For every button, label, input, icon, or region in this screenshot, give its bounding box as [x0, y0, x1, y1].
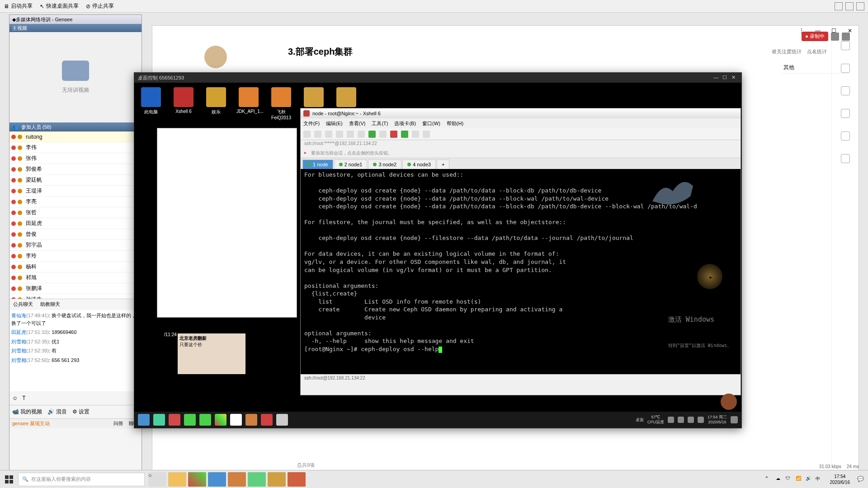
host-app-edge[interactable]: [208, 472, 226, 487]
host-app-6[interactable]: [268, 472, 286, 487]
xshell-title-bar[interactable]: node - root@Nginx:~ - Xshell 6: [301, 108, 741, 118]
host-app-explorer[interactable]: [168, 472, 186, 487]
taskbar-show-desktop[interactable]: [138, 414, 150, 426]
toolbar-fullscreen-icon[interactable]: [412, 131, 419, 138]
avatar[interactable]: [204, 46, 227, 68]
toolbar-lock-icon[interactable]: [423, 131, 430, 138]
menu-item[interactable]: 查看(V): [349, 120, 366, 127]
toolbar-save-icon[interactable]: [325, 131, 332, 138]
xshell-terminal[interactable]: For bluestore, optional devices can be u…: [301, 169, 741, 374]
layout-icon-1[interactable]: [835, 2, 843, 10]
tray-ime-icon[interactable]: [698, 417, 704, 423]
toolbar-search-icon[interactable]: [358, 131, 365, 138]
quickbar-arrow-icon[interactable]: ▸: [304, 150, 307, 157]
tray-cloud-icon[interactable]: ☁: [776, 476, 783, 483]
taskbar-app-4[interactable]: [261, 414, 273, 426]
rec-settings-icon[interactable]: [831, 33, 839, 41]
menu-item[interactable]: 选项卡(B): [394, 120, 416, 127]
stop-share-button[interactable]: ⊘ 停止共享: [86, 2, 114, 10]
my-video-button[interactable]: 📹 我的视频: [12, 408, 42, 416]
participant-row[interactable]: ruitong: [9, 131, 142, 142]
participant-row[interactable]: 郭俊希: [9, 164, 142, 175]
rec-gear-icon[interactable]: [842, 33, 850, 41]
toolbar-disconnect-icon[interactable]: [390, 131, 397, 138]
start-button[interactable]: [0, 470, 18, 488]
taskbar-wechat[interactable]: [199, 414, 211, 426]
taskbar-player[interactable]: [230, 414, 242, 426]
follow-stats-link[interactable]: 谁关注度统计: [772, 48, 802, 55]
settings-button[interactable]: ⚙ 设置: [72, 408, 90, 416]
tray-notification-icon[interactable]: [731, 416, 738, 423]
participant-row[interactable]: 梁廷帆: [9, 175, 142, 186]
host-app-4[interactable]: [228, 472, 246, 487]
terminal-tab[interactable]: 1 node: [302, 160, 333, 169]
terminal-tab[interactable]: 4 node3: [402, 160, 436, 169]
toolbar-copy-icon[interactable]: [336, 131, 343, 138]
share-icon[interactable]: [841, 109, 850, 118]
add-tab-button[interactable]: +: [437, 160, 449, 169]
taskbar-app-3[interactable]: [184, 414, 196, 426]
tray-lang-icon[interactable]: 中: [816, 476, 823, 483]
toolbar-color-icon[interactable]: [368, 131, 376, 138]
participant-row[interactable]: 杨科: [9, 262, 142, 272]
tray-network-icon[interactable]: [678, 417, 684, 423]
terminal-tab[interactable]: 2 node1: [334, 160, 368, 169]
terminal-tab[interactable]: 3 node2: [368, 160, 401, 169]
assistant-gear-icon[interactable]: [721, 394, 737, 410]
taskbar-vm[interactable]: [245, 414, 257, 426]
chat-messages[interactable]: 黄仙海(17:49:41): 换个硬盘试试，我一开始也是这样的，换了一个可以了田…: [9, 310, 142, 391]
emoji-icon[interactable]: ☺: [12, 395, 18, 401]
menu-item[interactable]: 编辑(E): [326, 120, 343, 127]
layout-icon-2[interactable]: [845, 2, 854, 10]
taskbar-chrome[interactable]: [215, 414, 226, 426]
start-share-button[interactable]: 🖥 启动共享: [4, 2, 33, 10]
layout-icon-3[interactable]: [856, 2, 864, 10]
qa-tab[interactable]: 问答: [113, 420, 123, 427]
menu-item[interactable]: 帮助(H): [447, 120, 463, 127]
remote-maximize-icon[interactable]: ☐: [722, 75, 729, 81]
host-search-input[interactable]: 🔍 在这里输入你要搜索的内容: [18, 473, 145, 486]
menu-item[interactable]: 窗口(W): [422, 120, 440, 127]
participant-row[interactable]: 曾俊: [9, 229, 142, 240]
desktop-icon[interactable]: 飞秋FeiQ2013: [269, 87, 293, 120]
remote-desktop-area[interactable]: 此电脑Xshell 6娱乐JDK_API_1...飞秋FeiQ2013 /11:…: [134, 83, 741, 428]
mute-button[interactable]: 🔊 混音: [47, 408, 66, 416]
host-app-5[interactable]: [248, 472, 266, 487]
taskbar-notes[interactable]: [276, 414, 288, 426]
action-center-icon[interactable]: 💬: [857, 476, 864, 483]
host-clock[interactable]: 17:54 2020/6/16: [826, 474, 854, 485]
text-icon[interactable]: T: [22, 395, 25, 401]
recording-badge[interactable]: ● 录制中: [802, 32, 828, 41]
taskbar-desktop-label[interactable]: 桌面: [636, 418, 644, 422]
outline-icon[interactable]: [841, 41, 850, 50]
more-options-icon[interactable]: [841, 154, 850, 163]
tray-battery-icon[interactable]: [668, 417, 674, 423]
tray-expand-icon[interactable]: ^: [766, 476, 773, 483]
toolbar-font-icon[interactable]: [379, 131, 387, 138]
participant-row[interactable]: 李伟: [9, 142, 142, 153]
tray-wifi-icon[interactable]: 📶: [796, 476, 803, 483]
taskview-icon[interactable]: ○: [148, 472, 166, 487]
export-icon[interactable]: [841, 131, 850, 141]
menu-item[interactable]: 工具(T): [372, 120, 388, 127]
host-app-chrome[interactable]: [188, 472, 206, 487]
taskbar-app-1[interactable]: [153, 414, 165, 426]
toolbar-open-icon[interactable]: [314, 131, 321, 138]
participant-row[interactable]: 李亮: [9, 197, 142, 207]
toolbar-paste-icon[interactable]: [347, 131, 354, 138]
remote-close-icon[interactable]: ✕: [731, 75, 738, 81]
participant-row[interactable]: 孙涛生: [9, 294, 142, 299]
participant-row[interactable]: 张伟: [9, 153, 142, 164]
tray-volume-icon[interactable]: [688, 417, 694, 423]
remote-minimize-icon[interactable]: —: [713, 75, 720, 81]
desktop-icon[interactable]: 娱乐: [204, 87, 228, 120]
toolbar-new-icon[interactable]: [303, 131, 311, 138]
participants-list[interactable]: ruitong李伟张伟郭俊希梁廷帆王堤泽李亮张哲田延虎曾俊郭宇晶李玲杨科祁旭张鹏…: [9, 131, 142, 299]
quick-desktop-button[interactable]: ↖ 快速桌面共享: [40, 2, 79, 10]
rank-stats-link[interactable]: 点名统计: [807, 48, 827, 55]
host-app-7[interactable]: [288, 472, 306, 487]
participant-row[interactable]: 张鹏泽: [9, 283, 142, 294]
participant-row[interactable]: 王堤泽: [9, 186, 142, 197]
desktop-icon[interactable]: Xshell 6: [171, 87, 196, 120]
inner-file-browser[interactable]: [157, 128, 297, 318]
